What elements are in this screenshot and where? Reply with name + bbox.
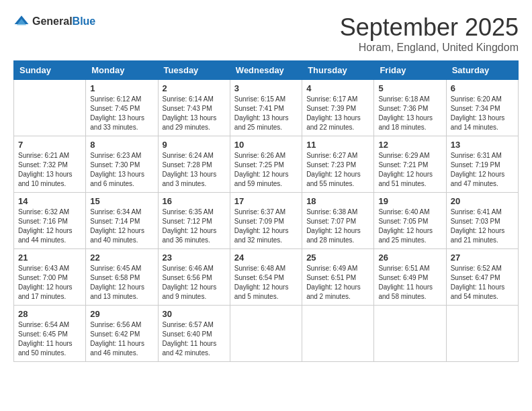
calendar-day-cell <box>14 80 86 136</box>
day-number: 18 <box>306 196 369 206</box>
weekday-header: Wednesday <box>230 61 302 80</box>
calendar-week-row: 14Sunrise: 6:32 AM Sunset: 7:16 PM Dayli… <box>14 193 519 249</box>
calendar-day-cell: 19Sunrise: 6:40 AM Sunset: 7:05 PM Dayli… <box>374 193 446 249</box>
calendar-day-cell: 7Sunrise: 6:21 AM Sunset: 7:32 PM Daylig… <box>14 136 86 193</box>
day-info: Sunrise: 6:20 AM Sunset: 7:34 PM Dayligh… <box>451 95 514 132</box>
day-info: Sunrise: 6:46 AM Sunset: 6:56 PM Dayligh… <box>163 264 226 302</box>
day-number: 7 <box>18 140 81 150</box>
calendar-day-cell <box>302 306 374 362</box>
calendar-day-cell: 14Sunrise: 6:32 AM Sunset: 7:16 PM Dayli… <box>14 193 86 249</box>
day-info: Sunrise: 6:29 AM Sunset: 7:21 PM Dayligh… <box>378 151 441 189</box>
calendar-title-area: September 2025 Horam, England, United Ki… <box>340 13 519 54</box>
day-info: Sunrise: 6:56 AM Sunset: 6:42 PM Dayligh… <box>90 320 153 358</box>
calendar-week-row: 7Sunrise: 6:21 AM Sunset: 7:32 PM Daylig… <box>14 136 519 193</box>
weekday-header: Monday <box>86 61 158 80</box>
day-info: Sunrise: 6:14 AM Sunset: 7:43 PM Dayligh… <box>163 95 226 132</box>
day-number: 20 <box>451 196 514 206</box>
calendar-day-cell: 29Sunrise: 6:56 AM Sunset: 6:42 PM Dayli… <box>86 306 158 362</box>
day-info: Sunrise: 6:57 AM Sunset: 6:40 PM Dayligh… <box>163 320 226 358</box>
page-header: GeneralBlue September 2025 Horam, Englan… <box>13 13 519 54</box>
logo: GeneralBlue <box>13 13 95 30</box>
day-number: 11 <box>306 140 369 150</box>
calendar-day-cell: 30Sunrise: 6:57 AM Sunset: 6:40 PM Dayli… <box>158 306 230 362</box>
day-number: 25 <box>306 253 369 263</box>
day-number: 22 <box>90 253 153 263</box>
calendar-day-cell: 8Sunrise: 6:23 AM Sunset: 7:30 PM Daylig… <box>86 136 158 193</box>
day-number: 3 <box>234 83 298 93</box>
day-number: 8 <box>90 140 153 150</box>
day-number: 21 <box>18 253 81 263</box>
calendar-day-cell: 3Sunrise: 6:15 AM Sunset: 7:41 PM Daylig… <box>230 80 302 136</box>
day-number: 4 <box>306 83 369 93</box>
day-info: Sunrise: 6:32 AM Sunset: 7:16 PM Dayligh… <box>18 208 81 245</box>
month-title: September 2025 <box>340 13 519 42</box>
logo-icon <box>13 13 30 30</box>
day-number: 16 <box>163 196 226 206</box>
day-info: Sunrise: 6:24 AM Sunset: 7:28 PM Dayligh… <box>163 151 226 189</box>
calendar-day-cell: 13Sunrise: 6:31 AM Sunset: 7:19 PM Dayli… <box>446 136 518 193</box>
day-info: Sunrise: 6:40 AM Sunset: 7:05 PM Dayligh… <box>378 208 441 245</box>
day-info: Sunrise: 6:37 AM Sunset: 7:09 PM Dayligh… <box>234 208 298 245</box>
calendar-day-cell: 22Sunrise: 6:45 AM Sunset: 6:58 PM Dayli… <box>86 249 158 306</box>
weekday-header: Tuesday <box>158 61 230 80</box>
calendar-week-row: 1Sunrise: 6:12 AM Sunset: 7:45 PM Daylig… <box>14 80 519 136</box>
calendar-day-cell: 21Sunrise: 6:43 AM Sunset: 7:00 PM Dayli… <box>14 249 86 306</box>
day-info: Sunrise: 6:51 AM Sunset: 6:49 PM Dayligh… <box>378 264 441 302</box>
day-number: 27 <box>451 253 514 263</box>
weekday-header: Saturday <box>446 61 518 80</box>
calendar-day-cell: 15Sunrise: 6:34 AM Sunset: 7:14 PM Dayli… <box>86 193 158 249</box>
day-info: Sunrise: 6:52 AM Sunset: 6:47 PM Dayligh… <box>451 264 514 302</box>
calendar-day-cell: 28Sunrise: 6:54 AM Sunset: 6:45 PM Dayli… <box>14 306 86 362</box>
calendar-day-cell: 5Sunrise: 6:18 AM Sunset: 7:36 PM Daylig… <box>374 80 446 136</box>
day-info: Sunrise: 6:49 AM Sunset: 6:51 PM Dayligh… <box>306 264 369 302</box>
calendar-day-cell: 24Sunrise: 6:48 AM Sunset: 6:54 PM Dayli… <box>230 249 302 306</box>
day-info: Sunrise: 6:48 AM Sunset: 6:54 PM Dayligh… <box>234 264 298 302</box>
day-number: 17 <box>234 196 298 206</box>
weekday-header: Thursday <box>302 61 374 80</box>
day-number: 1 <box>90 83 153 93</box>
logo-general: General <box>32 15 73 27</box>
day-number: 9 <box>163 140 226 150</box>
calendar-day-cell: 26Sunrise: 6:51 AM Sunset: 6:49 PM Dayli… <box>374 249 446 306</box>
calendar-day-cell: 20Sunrise: 6:41 AM Sunset: 7:03 PM Dayli… <box>446 193 518 249</box>
day-info: Sunrise: 6:45 AM Sunset: 6:58 PM Dayligh… <box>90 264 153 302</box>
weekday-header: Friday <box>374 61 446 80</box>
day-info: Sunrise: 6:27 AM Sunset: 7:23 PM Dayligh… <box>306 151 369 189</box>
calendar-day-cell: 9Sunrise: 6:24 AM Sunset: 7:28 PM Daylig… <box>158 136 230 193</box>
day-number: 15 <box>90 196 153 206</box>
day-number: 12 <box>378 140 441 150</box>
calendar-day-cell: 4Sunrise: 6:17 AM Sunset: 7:39 PM Daylig… <box>302 80 374 136</box>
day-info: Sunrise: 6:21 AM Sunset: 7:32 PM Dayligh… <box>18 151 81 189</box>
day-info: Sunrise: 6:41 AM Sunset: 7:03 PM Dayligh… <box>451 208 514 245</box>
calendar-day-cell: 18Sunrise: 6:38 AM Sunset: 7:07 PM Dayli… <box>302 193 374 249</box>
day-number: 5 <box>378 83 441 93</box>
calendar-day-cell: 16Sunrise: 6:35 AM Sunset: 7:12 PM Dayli… <box>158 193 230 249</box>
day-number: 24 <box>234 253 298 263</box>
calendar-table: SundayMondayTuesdayWednesdayThursdayFrid… <box>13 60 519 362</box>
day-number: 13 <box>451 140 514 150</box>
day-info: Sunrise: 6:26 AM Sunset: 7:25 PM Dayligh… <box>234 151 298 189</box>
day-number: 19 <box>378 196 441 206</box>
day-number: 30 <box>163 309 226 319</box>
day-info: Sunrise: 6:35 AM Sunset: 7:12 PM Dayligh… <box>163 208 226 245</box>
calendar-day-cell: 10Sunrise: 6:26 AM Sunset: 7:25 PM Dayli… <box>230 136 302 193</box>
calendar-day-cell <box>374 306 446 362</box>
calendar-week-row: 21Sunrise: 6:43 AM Sunset: 7:00 PM Dayli… <box>14 249 519 306</box>
day-number: 14 <box>18 196 81 206</box>
calendar-day-cell: 17Sunrise: 6:37 AM Sunset: 7:09 PM Dayli… <box>230 193 302 249</box>
calendar-day-cell: 1Sunrise: 6:12 AM Sunset: 7:45 PM Daylig… <box>86 80 158 136</box>
day-info: Sunrise: 6:31 AM Sunset: 7:19 PM Dayligh… <box>451 151 514 189</box>
calendar-day-cell: 27Sunrise: 6:52 AM Sunset: 6:47 PM Dayli… <box>446 249 518 306</box>
day-number: 28 <box>18 309 81 319</box>
calendar-day-cell: 12Sunrise: 6:29 AM Sunset: 7:21 PM Dayli… <box>374 136 446 193</box>
day-info: Sunrise: 6:17 AM Sunset: 7:39 PM Dayligh… <box>306 95 369 132</box>
calendar-day-cell: 2Sunrise: 6:14 AM Sunset: 7:43 PM Daylig… <box>158 80 230 136</box>
weekday-header: Sunday <box>14 61 86 80</box>
location-title: Horam, England, United Kingdom <box>340 42 519 54</box>
day-number: 23 <box>163 253 226 263</box>
logo-blue: Blue <box>73 15 96 27</box>
calendar-header-row: SundayMondayTuesdayWednesdayThursdayFrid… <box>14 61 519 80</box>
day-info: Sunrise: 6:15 AM Sunset: 7:41 PM Dayligh… <box>234 95 298 132</box>
day-number: 10 <box>234 140 298 150</box>
day-info: Sunrise: 6:18 AM Sunset: 7:36 PM Dayligh… <box>378 95 441 132</box>
